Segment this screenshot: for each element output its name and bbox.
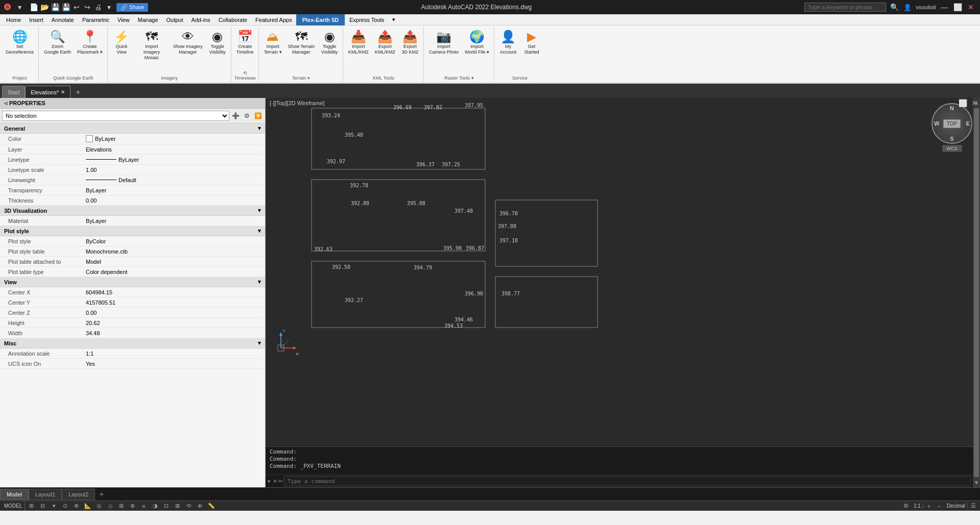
menu-more[interactable]: ▾ (388, 14, 399, 26)
prop-plot-style-table-value[interactable]: Monochrome.ctb (82, 246, 265, 256)
command-input-field[interactable] (284, 476, 971, 486)
prop-material-value[interactable]: ByLayer (82, 216, 265, 226)
ribbon-btn-import-world-file[interactable]: 🌍 ImportWorld File ▾ (462, 29, 492, 57)
save-as-btn[interactable]: 💾 (61, 2, 71, 12)
qa-arrow-btn[interactable]: ▾ (104, 2, 114, 12)
ribbon-btn-zoom-google-earth[interactable]: 🔍 ZoomGoogle Earth (41, 29, 74, 57)
selection-filter-btn[interactable]: 🔽 (253, 111, 263, 121)
isometric-drafting-btn[interactable]: ◇ (106, 502, 115, 511)
viewport-minimize-btn[interactable]: — (946, 99, 956, 107)
status-more-btn[interactable]: ▾ (50, 502, 59, 511)
prop-annotation-scale-value[interactable]: 1:1 (82, 348, 265, 358)
undo-btn[interactable]: ↩ (71, 2, 82, 12)
search-input[interactable] (804, 3, 886, 12)
ribbon-btn-export-3d-kmz[interactable]: 📤 Export3D KMZ (399, 29, 421, 57)
menu-plex-earth[interactable]: Plex-Earth 5D (296, 14, 346, 26)
menu-collaborate[interactable]: Collaborate (214, 14, 251, 26)
command-pencil-btn[interactable]: ✏ (278, 478, 283, 485)
menu-express-tools[interactable]: Express Tools (345, 14, 388, 26)
grid-snap-btn[interactable]: ⊟ (38, 502, 47, 511)
close-btn[interactable]: ✕ (966, 2, 976, 12)
vp-scroll-down-btn[interactable]: ▼ (972, 478, 980, 487)
new-tab-btn[interactable]: + (71, 87, 84, 98)
polar-tracking-btn[interactable]: ◎ (94, 502, 104, 511)
menu-home[interactable]: Home (2, 14, 25, 26)
user-account-btn[interactable]: 👤 (902, 2, 913, 12)
ribbon-btn-toggle-visibility-terrain[interactable]: ◉ ToggleVisibility (318, 29, 341, 57)
dynamic-input-btn[interactable]: ⊕ (72, 502, 81, 511)
ribbon-btn-import-kml[interactable]: 📥 ImportKML/KMZ (346, 29, 371, 57)
model-indicator[interactable]: MODEL (2, 501, 25, 511)
ribbon-btn-import-terrain[interactable]: ⛰ ImportTerrain ▾ (261, 29, 284, 57)
prop-center-z-value[interactable]: 0.00 (82, 308, 265, 317)
selection-cycling-btn[interactable]: ⊡ (162, 502, 171, 511)
ribbon-btn-import-imagery[interactable]: 🗺 Import ImageryMosaic (134, 29, 170, 62)
workspace-switching-btn[interactable]: ⚙ (901, 502, 911, 511)
section-3d-header[interactable]: 3D Visualization ▾ (0, 206, 265, 216)
minimize-btn[interactable]: — (939, 2, 949, 12)
section-view-header[interactable]: View ▾ (0, 277, 265, 287)
3d-object-snap-btn[interactable]: ⊠ (173, 502, 182, 511)
compass-ring[interactable]: N S E W TOP (931, 103, 972, 144)
ribbon-btn-create-timeline[interactable]: 📅 CreateTimeline (234, 29, 256, 57)
maximize-btn[interactable]: ⬜ (952, 2, 963, 12)
layout1-tab[interactable]: Layout1 (29, 489, 62, 500)
prop-color-value[interactable]: ByLayer (82, 134, 265, 144)
prop-transparency-value[interactable]: ByLayer (82, 185, 265, 195)
viewport-close-btn[interactable]: ✕ (970, 99, 979, 107)
prop-height-value[interactable]: 20.62 (82, 318, 265, 328)
section-misc-header[interactable]: Misc ▾ (0, 338, 265, 348)
save-btn[interactable]: 💾 (50, 2, 60, 12)
prop-width-value[interactable]: 34.48 (82, 328, 265, 338)
menu-manage[interactable]: Manage (134, 14, 162, 26)
tab-elevations[interactable]: Elevations* ✕ (25, 86, 70, 98)
compass-top-btn[interactable]: TOP (943, 119, 961, 128)
share-btn[interactable]: 🔗 Share (116, 3, 148, 12)
properties-collapse-icon[interactable]: ◁ (4, 101, 7, 106)
ribbon-btn-import-camera-photo[interactable]: 📷 ImportCamera Photo (426, 29, 461, 57)
prop-plot-style-value[interactable]: ByColor (82, 236, 265, 246)
menu-addins[interactable]: Add-ins (187, 14, 214, 26)
open-file-btn[interactable]: 📂 (39, 2, 50, 12)
add-to-selection-btn[interactable]: ➕ (230, 111, 241, 121)
section-general-header[interactable]: General ▾ (0, 123, 265, 134)
menu-featured-apps[interactable]: Featured Apps (251, 14, 296, 26)
customize-status-btn[interactable]: ☰ (969, 502, 978, 511)
model-tab[interactable]: Model (0, 489, 29, 500)
menu-annotate[interactable]: Annotate (47, 14, 78, 26)
object-snap-btn[interactable]: ⊕ (128, 502, 137, 511)
prop-linetype-value[interactable]: ByLayer (82, 155, 265, 164)
selection-dropdown[interactable]: No selection (2, 111, 229, 121)
zoom-in-btn[interactable]: + (924, 502, 934, 511)
object-snap-tracking-btn[interactable]: ⊞ (117, 502, 126, 511)
ribbon-btn-show-terrain-manager[interactable]: 🗺 Show TerrainManager (285, 29, 317, 57)
wcs-btn[interactable]: WCS (942, 145, 962, 152)
tab-start[interactable]: Start (2, 86, 25, 98)
menu-view[interactable]: View (113, 14, 134, 26)
grid-display-btn[interactable]: ⊞ (27, 502, 36, 511)
ortho-mode-btn[interactable]: 📐 (83, 502, 92, 511)
prop-plot-table-attached-value[interactable]: Model (82, 257, 265, 266)
tab-close-icon[interactable]: ✕ (61, 89, 65, 95)
new-layout-btn[interactable]: + (95, 489, 108, 500)
scale-annotation-btn[interactable]: 📏 (207, 502, 216, 511)
ribbon-btn-get-started[interactable]: ▶ GetStarted (520, 29, 543, 57)
menu-parametric[interactable]: Parametric (78, 14, 113, 26)
prop-plot-table-type-value[interactable]: Color dependent (82, 267, 265, 277)
search-icon[interactable]: 🔍 (889, 2, 899, 12)
lineweight-btn[interactable]: ≡ (139, 502, 149, 511)
new-file-btn[interactable]: 📄 (29, 2, 39, 12)
annotation-visibility-btn[interactable]: 👁 (196, 502, 205, 511)
quick-select-btn[interactable]: ⚙ (242, 111, 252, 121)
menu-insert[interactable]: Insert (25, 14, 47, 26)
prop-thickness-value[interactable]: 0.00 (82, 195, 265, 205)
titlebar-menu-btn[interactable]: ▾ (14, 2, 25, 12)
scale-indicator[interactable]: 1:1 (912, 503, 923, 509)
prop-layer-value[interactable]: Elevations (82, 144, 265, 154)
viewport[interactable]: [-][Top][2D Wireframe] — ⬜ ✕ 393.24 396.… (266, 98, 980, 487)
prop-center-x-value[interactable]: 604984.15 (82, 287, 265, 297)
layout2-tab[interactable]: Layout2 (62, 489, 95, 500)
prop-linetype-scale-value[interactable]: 1.00 (82, 165, 265, 174)
prop-ucs-icon-value[interactable]: Yes (82, 359, 265, 368)
decimal-indicator[interactable]: Decimal (945, 503, 968, 509)
